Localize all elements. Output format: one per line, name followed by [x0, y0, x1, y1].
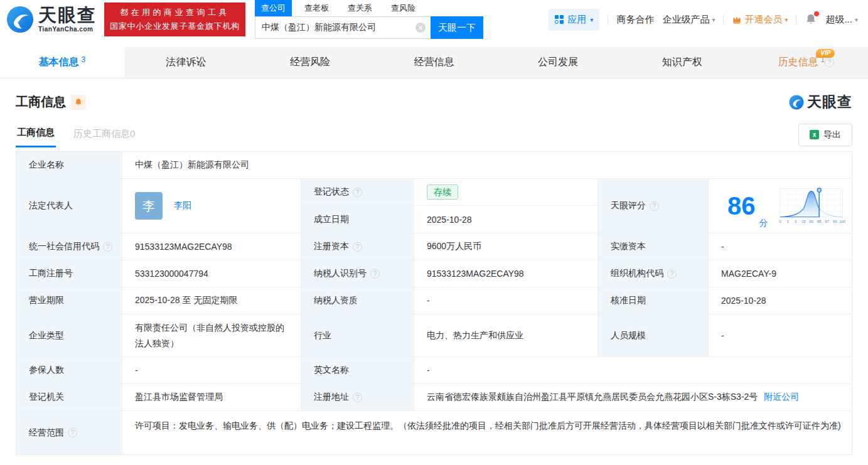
- question-icon[interactable]: [353, 393, 362, 402]
- apps-menu[interactable]: 应用: [549, 9, 599, 31]
- table-row: 工商注册号 533123000047794 纳税人识别号 91533123MAG…: [16, 260, 852, 287]
- search-input[interactable]: [262, 23, 415, 33]
- tab-basic-info[interactable]: 基本信息 3: [0, 47, 124, 78]
- crown-icon: [732, 14, 742, 24]
- business-scope-value: 许可项目：发电业务、输电业务、供（配）电业务；建设工程监理。（依法须经批准的项目…: [122, 411, 852, 454]
- enterprise-products-menu[interactable]: 企业级产品: [662, 14, 715, 26]
- biz-coop-link[interactable]: 商务合作: [616, 14, 654, 26]
- address-text: 云南省德宏傣族景颇族自治州盈江县平原镇允燕居民委员会允燕花园小区S-3栋S3-2…: [427, 392, 758, 403]
- tab-company-development[interactable]: 公司发展: [496, 47, 620, 78]
- question-icon[interactable]: [353, 188, 362, 197]
- org-code-label: 组织机构代码: [598, 260, 709, 287]
- tab-history-info[interactable]: 历史信息 1 VIP: [744, 47, 868, 78]
- vip-badge: VIP: [816, 49, 835, 58]
- svg-text:85: 85: [817, 220, 821, 223]
- svg-text:100: 100: [839, 220, 845, 223]
- nearby-companies-link[interactable]: 附近公司: [764, 392, 799, 403]
- table-row: 经营范围 许可项目：发电业务、输电业务、供（配）电业务；建设工程监理。（依法须经…: [16, 411, 852, 454]
- business-term-label: 营业期限: [16, 287, 122, 314]
- promo-line2: 国家中小企业发展子基金旗下机构: [110, 21, 240, 32]
- tab-intellectual-property[interactable]: 知识产权: [620, 47, 744, 78]
- uscc-label: 统一社会信用代码: [16, 233, 122, 260]
- tab-legal-litigation[interactable]: 法律诉讼: [124, 47, 249, 78]
- staff-size-label: 人员规模: [598, 314, 709, 357]
- reg-number-value: 533123000047794: [122, 260, 301, 287]
- question-icon[interactable]: [353, 242, 362, 252]
- svg-text:15: 15: [801, 220, 805, 223]
- apps-grid-icon: [555, 15, 564, 24]
- question-icon[interactable]: [667, 269, 677, 279]
- insured-count-value: -: [122, 357, 301, 384]
- notifications-bell[interactable]: [805, 13, 817, 26]
- watermark-logo: 天眼查: [789, 92, 852, 112]
- taxpayer-id-value: 91533123MAG2ECAY98: [414, 260, 598, 287]
- company-nav-tabs: 基本信息 3 法律诉讼 经营风险 经营信息 公司发展 知识产权 历史信息 1 V…: [0, 47, 868, 78]
- table-row: 企业类型 有限责任公司（非自然人投资或控股的法人独资） 行业 电力、热力生产和供…: [16, 314, 852, 357]
- clear-icon[interactable]: [415, 23, 426, 33]
- table-row: 法定代表人 李 李阳 登记状态 存续 成立日期 2025-10-28 天眼评分: [16, 179, 852, 233]
- taxpayer-id-label: 纳税人识别号: [301, 260, 414, 287]
- company-name-value: 中煤（盈江）新能源有限公司: [122, 152, 852, 179]
- question-icon[interactable]: [650, 201, 659, 211]
- svg-text:50: 50: [809, 220, 813, 223]
- reg-capital-label: 注册资本: [301, 233, 414, 260]
- tianyancha-logo[interactable]: 天眼查 TianYanCha.com: [6, 6, 97, 33]
- table-row: 登记机关 盈江县市场监督管理局 注册地址 云南省德宏傣族景颇族自治州盈江县平原镇…: [16, 384, 852, 411]
- search-block: 查公司 查老板 查关系 查风险 天眼一下: [255, 0, 483, 39]
- search-tab-company[interactable]: 查公司: [255, 0, 292, 16]
- user-account-menu[interactable]: 超级...: [825, 14, 858, 26]
- est-date-label: 成立日期: [301, 206, 414, 233]
- subtab-history-business-info[interactable]: 历史工商信息0: [72, 123, 136, 147]
- caret-down-icon: [785, 16, 788, 23]
- apps-label: 应用: [567, 14, 586, 26]
- company-name-label: 企业名称: [16, 152, 122, 179]
- score-number: 86: [727, 193, 756, 218]
- search-tab-boss[interactable]: 查老板: [298, 0, 335, 16]
- search-tab-risk[interactable]: 查风险: [385, 0, 422, 16]
- table-row: 参保人数 - 英文名称 -: [16, 357, 852, 384]
- staff-size-value: -: [709, 314, 852, 357]
- question-icon[interactable]: [370, 269, 380, 279]
- subtab-business-info[interactable]: 工商信息: [16, 122, 56, 147]
- search-tab-relation[interactable]: 查关系: [341, 0, 378, 16]
- uscc-value: 91533123MAG2ECAY98: [122, 233, 301, 260]
- reg-number-label: 工商注册号: [16, 260, 122, 287]
- company-type-label: 企业类型: [16, 314, 122, 357]
- excel-icon: [810, 130, 819, 139]
- score-distribution-chart: 0 1 3 15 50 85 97 99 100: [777, 182, 846, 230]
- promo-line1: 都在用的商业查询工具: [110, 7, 240, 18]
- username: 超级...: [825, 14, 852, 26]
- paid-capital-value: -: [709, 233, 852, 260]
- search-button[interactable]: 天眼一下: [431, 16, 483, 39]
- english-name-label: 英文名称: [301, 357, 414, 384]
- legal-rep-label: 法定代表人: [16, 179, 122, 233]
- taxpayer-quality-label: 纳税人资质: [301, 287, 414, 314]
- company-type-value: 有限责任公司（非自然人投资或控股的法人独资）: [122, 314, 301, 357]
- question-icon[interactable]: [825, 58, 834, 67]
- open-member-button[interactable]: 开通会员: [732, 14, 788, 26]
- svg-text:97: 97: [825, 220, 829, 223]
- notification-dot: [814, 11, 819, 16]
- est-date-value: 2025-10-28: [414, 206, 597, 233]
- logo-icon: [789, 95, 804, 110]
- question-icon[interactable]: [103, 242, 112, 252]
- svg-text:0: 0: [779, 220, 781, 223]
- tab-operation-risk[interactable]: 经营风险: [248, 47, 372, 78]
- org-code-value: MAG2ECAY-9: [709, 260, 852, 287]
- legal-rep-link[interactable]: 李阳: [174, 200, 191, 211]
- avatar[interactable]: 李: [135, 192, 163, 220]
- export-button[interactable]: 导出: [798, 124, 852, 146]
- score-value: 86 分: [709, 179, 852, 233]
- divider: [796, 14, 796, 24]
- approval-date-label: 核准日期: [598, 287, 709, 314]
- svg-text:3: 3: [795, 220, 797, 223]
- question-icon[interactable]: [68, 428, 77, 437]
- svg-text:1: 1: [786, 220, 789, 223]
- promo-banner[interactable]: 都在用的商业查询工具 国家中小企业发展子基金旗下机构: [104, 3, 245, 36]
- caret-down-icon: [712, 16, 715, 23]
- table-row: 统一社会信用代码 91533123MAG2ECAY98 注册资本 9600万人民…: [16, 233, 852, 260]
- monitor-bell-button[interactable]: [71, 95, 86, 110]
- tab-operation-info[interactable]: 经营信息: [372, 47, 496, 78]
- approval-date-value: 2025-10-28: [709, 287, 852, 314]
- divider: [723, 14, 724, 24]
